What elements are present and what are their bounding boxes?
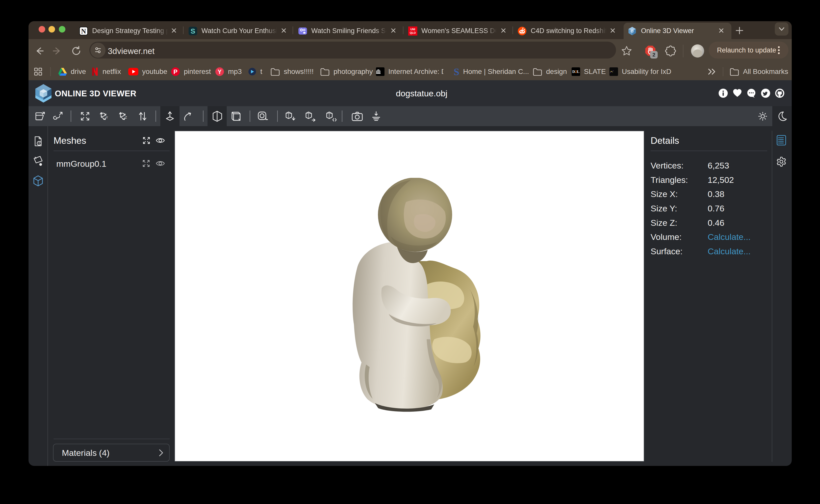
svg-text:Z: Z — [125, 116, 127, 119]
svg-text:Y: Y — [218, 69, 222, 75]
svg-text:N: N — [81, 27, 86, 35]
svg-text:S: S — [190, 27, 195, 35]
svg-text:Y: Y — [106, 116, 108, 119]
svg-text:P: P — [173, 68, 177, 75]
svg-text:QLO: QLO — [410, 31, 416, 34]
svg-text:UNI: UNI — [411, 28, 415, 31]
